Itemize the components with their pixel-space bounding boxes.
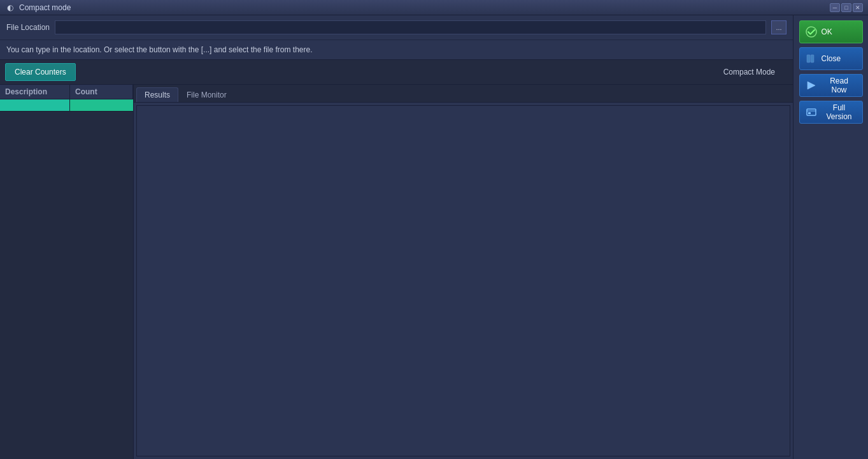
maximize-button[interactable]: □	[841, 3, 851, 12]
clear-counters-button[interactable]: Clear Counters	[5, 63, 76, 81]
tabs-row: Results File Monitor	[134, 85, 793, 103]
file-path-input[interactable]	[55, 20, 766, 34]
svg-rect-6	[808, 112, 811, 114]
ok-icon	[805, 26, 818, 38]
full-version-button[interactable]: Full Version	[799, 101, 863, 124]
window-icon: ◐	[5, 3, 15, 13]
read-now-icon	[805, 79, 818, 92]
sidebar-header: Description Count	[0, 85, 133, 99]
sidebar-data	[0, 99, 133, 459]
browse-button[interactable]: ...	[771, 20, 786, 34]
minimize-button[interactable]: ─	[830, 3, 840, 12]
left-panel: File Location ... You can type in the lo…	[0, 15, 793, 459]
read-now-button[interactable]: Read Now	[799, 74, 863, 97]
close-button[interactable]: Close	[799, 47, 863, 70]
sidebar: Description Count	[0, 85, 134, 459]
tab-results[interactable]: Results	[136, 87, 178, 102]
sidebar-description-header: Description	[0, 85, 70, 99]
svg-marker-3	[808, 82, 815, 89]
file-location-label: File Location	[6, 23, 50, 32]
sidebar-cell-description	[0, 99, 70, 111]
right-panel: OK Close Read Now	[793, 15, 868, 459]
close-label: Close	[822, 54, 841, 63]
svg-rect-4	[807, 109, 816, 115]
full-version-icon	[805, 106, 818, 119]
sidebar-row	[0, 99, 133, 112]
ok-button[interactable]: OK	[799, 20, 863, 43]
help-text: You can type in the location. Or select …	[0, 40, 793, 59]
results-content	[136, 105, 790, 456]
sidebar-count-header: Count	[70, 85, 133, 99]
file-location-row: File Location ...	[0, 15, 793, 40]
svg-rect-1	[807, 55, 810, 62]
close-window-button[interactable]: ✕	[853, 3, 863, 12]
svg-rect-2	[811, 55, 814, 62]
content-area: Description Count Results File Monitor	[0, 85, 793, 459]
main-layout: File Location ... You can type in the lo…	[0, 15, 868, 459]
close-icon	[805, 52, 818, 65]
full-version-label: Full Version	[822, 103, 857, 121]
tab-file-monitor[interactable]: File Monitor	[178, 87, 235, 102]
ok-label: OK	[822, 27, 832, 36]
window-controls: ─ □ ✕	[830, 3, 863, 12]
compact-mode-label: Compact Mode	[723, 68, 775, 76]
results-panel: Results File Monitor	[134, 85, 793, 459]
window-title: Compact mode	[19, 3, 830, 12]
sidebar-cell-count	[70, 99, 133, 111]
title-bar: ◐ Compact mode ─ □ ✕	[0, 0, 868, 15]
toolbar-row: Clear Counters Compact Mode	[0, 59, 793, 85]
read-now-label: Read Now	[822, 76, 857, 94]
